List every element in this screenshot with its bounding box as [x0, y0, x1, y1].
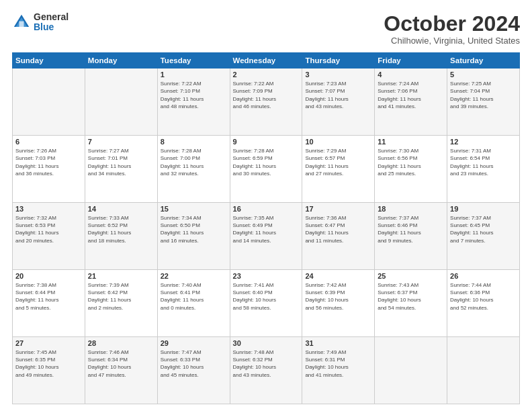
day-info: Sunrise: 7:45 AM Sunset: 6:35 PM Dayligh… [15, 349, 82, 379]
day-number: 17 [305, 205, 371, 213]
day-info: Sunrise: 7:42 AM Sunset: 6:39 PM Dayligh… [305, 281, 371, 312]
logo-general-text: General [34, 12, 69, 22]
day-info: Sunrise: 7:30 AM Sunset: 6:56 PM Dayligh… [378, 147, 444, 177]
calendar-header-row: Sunday Monday Tuesday Wednesday Thursday… [13, 53, 520, 68]
page: General Blue October 2024 Chilhowie, Vir… [0, 0, 532, 411]
calendar-week-row: 13Sunrise: 7:32 AM Sunset: 6:53 PM Dayli… [13, 203, 520, 270]
day-number: 3 [305, 71, 371, 79]
table-row: 18Sunrise: 7:37 AM Sunset: 6:46 PM Dayli… [375, 203, 447, 270]
day-info: Sunrise: 7:38 AM Sunset: 6:44 PM Dayligh… [15, 281, 82, 312]
table-row: 25Sunrise: 7:43 AM Sunset: 6:37 PM Dayli… [375, 270, 447, 337]
table-row: 3Sunrise: 7:23 AM Sunset: 7:07 PM Daylig… [302, 68, 375, 136]
day-info: Sunrise: 7:29 AM Sunset: 6:57 PM Dayligh… [305, 147, 371, 177]
day-info: Sunrise: 7:32 AM Sunset: 6:53 PM Dayligh… [15, 214, 82, 244]
day-info: Sunrise: 7:43 AM Sunset: 6:37 PM Dayligh… [378, 281, 444, 312]
title-block: October 2024 Chilhowie, Virginia, United… [384, 12, 520, 46]
day-info: Sunrise: 7:34 AM Sunset: 6:50 PM Dayligh… [161, 214, 227, 244]
table-row: 14Sunrise: 7:33 AM Sunset: 6:52 PM Dayli… [85, 203, 157, 270]
table-row: 13Sunrise: 7:32 AM Sunset: 6:53 PM Dayli… [13, 203, 85, 270]
day-number: 7 [88, 138, 154, 146]
day-info: Sunrise: 7:25 AM Sunset: 7:04 PM Dayligh… [450, 80, 517, 110]
day-info: Sunrise: 7:26 AM Sunset: 7:03 PM Dayligh… [15, 147, 82, 177]
table-row [13, 68, 85, 136]
logo-text: General Blue [34, 12, 69, 33]
day-number: 30 [233, 339, 300, 347]
calendar-week-row: 27Sunrise: 7:45 AM Sunset: 6:35 PM Dayli… [13, 337, 520, 404]
table-row: 12Sunrise: 7:31 AM Sunset: 6:54 PM Dayli… [447, 136, 520, 203]
table-row [85, 68, 157, 136]
table-row: 15Sunrise: 7:34 AM Sunset: 6:50 PM Dayli… [157, 203, 230, 270]
day-info: Sunrise: 7:22 AM Sunset: 7:09 PM Dayligh… [233, 80, 300, 110]
table-row: 4Sunrise: 7:24 AM Sunset: 7:06 PM Daylig… [375, 68, 447, 136]
day-info: Sunrise: 7:39 AM Sunset: 6:42 PM Dayligh… [88, 281, 154, 312]
table-row: 10Sunrise: 7:29 AM Sunset: 6:57 PM Dayli… [302, 136, 375, 203]
day-info: Sunrise: 7:46 AM Sunset: 6:34 PM Dayligh… [88, 349, 154, 379]
calendar-week-row: 1Sunrise: 7:22 AM Sunset: 7:10 PM Daylig… [13, 68, 520, 136]
day-number: 12 [450, 138, 517, 146]
calendar-table: Sunday Monday Tuesday Wednesday Thursday… [12, 52, 520, 404]
table-row [375, 337, 447, 404]
table-row: 11Sunrise: 7:30 AM Sunset: 6:56 PM Dayli… [375, 136, 447, 203]
day-number: 14 [88, 205, 154, 213]
col-tuesday: Tuesday [157, 53, 230, 68]
day-number: 4 [378, 71, 444, 79]
day-info: Sunrise: 7:31 AM Sunset: 6:54 PM Dayligh… [450, 147, 517, 177]
day-info: Sunrise: 7:37 AM Sunset: 6:45 PM Dayligh… [450, 214, 517, 244]
day-number: 18 [378, 205, 444, 213]
day-info: Sunrise: 7:23 AM Sunset: 7:07 PM Dayligh… [305, 80, 371, 110]
table-row: 16Sunrise: 7:35 AM Sunset: 6:49 PM Dayli… [230, 203, 302, 270]
day-number: 29 [161, 339, 227, 347]
table-row: 21Sunrise: 7:39 AM Sunset: 6:42 PM Dayli… [85, 270, 157, 337]
table-row: 17Sunrise: 7:36 AM Sunset: 6:47 PM Dayli… [302, 203, 375, 270]
day-number: 19 [450, 205, 517, 213]
day-info: Sunrise: 7:35 AM Sunset: 6:49 PM Dayligh… [233, 214, 300, 244]
table-row: 8Sunrise: 7:28 AM Sunset: 7:00 PM Daylig… [157, 136, 230, 203]
day-info: Sunrise: 7:48 AM Sunset: 6:32 PM Dayligh… [233, 349, 300, 379]
table-row: 19Sunrise: 7:37 AM Sunset: 6:45 PM Dayli… [447, 203, 520, 270]
day-number: 28 [88, 339, 154, 347]
day-info: Sunrise: 7:37 AM Sunset: 6:46 PM Dayligh… [378, 214, 444, 244]
day-info: Sunrise: 7:36 AM Sunset: 6:47 PM Dayligh… [305, 214, 371, 244]
day-number: 24 [305, 272, 371, 280]
table-row: 5Sunrise: 7:25 AM Sunset: 7:04 PM Daylig… [447, 68, 520, 136]
day-info: Sunrise: 7:28 AM Sunset: 6:59 PM Dayligh… [233, 147, 300, 177]
table-row: 29Sunrise: 7:47 AM Sunset: 6:33 PM Dayli… [157, 337, 230, 404]
day-number: 9 [233, 138, 300, 146]
day-info: Sunrise: 7:40 AM Sunset: 6:41 PM Dayligh… [161, 281, 227, 312]
col-sunday: Sunday [13, 53, 85, 68]
month-title: October 2024 [384, 12, 520, 36]
col-wednesday: Wednesday [230, 53, 302, 68]
table-row: 26Sunrise: 7:44 AM Sunset: 6:36 PM Dayli… [447, 270, 520, 337]
table-row: 22Sunrise: 7:40 AM Sunset: 6:41 PM Dayli… [157, 270, 230, 337]
day-number: 2 [233, 71, 300, 79]
table-row: 20Sunrise: 7:38 AM Sunset: 6:44 PM Dayli… [13, 270, 85, 337]
table-row: 6Sunrise: 7:26 AM Sunset: 7:03 PM Daylig… [13, 136, 85, 203]
table-row: 9Sunrise: 7:28 AM Sunset: 6:59 PM Daylig… [230, 136, 302, 203]
day-number: 1 [161, 71, 227, 79]
day-info: Sunrise: 7:27 AM Sunset: 7:01 PM Dayligh… [88, 147, 154, 177]
day-number: 11 [378, 138, 444, 146]
day-info: Sunrise: 7:47 AM Sunset: 6:33 PM Dayligh… [161, 349, 227, 379]
day-number: 25 [378, 272, 444, 280]
day-info: Sunrise: 7:24 AM Sunset: 7:06 PM Dayligh… [378, 80, 444, 110]
location: Chilhowie, Virginia, United States [384, 36, 520, 46]
header: General Blue October 2024 Chilhowie, Vir… [12, 12, 520, 46]
table-row: 23Sunrise: 7:41 AM Sunset: 6:40 PM Dayli… [230, 270, 302, 337]
day-info: Sunrise: 7:49 AM Sunset: 6:31 PM Dayligh… [305, 349, 371, 379]
table-row: 28Sunrise: 7:46 AM Sunset: 6:34 PM Dayli… [85, 337, 157, 404]
day-info: Sunrise: 7:28 AM Sunset: 7:00 PM Dayligh… [161, 147, 227, 177]
day-number: 15 [161, 205, 227, 213]
col-thursday: Thursday [302, 53, 375, 68]
day-number: 26 [450, 272, 517, 280]
day-number: 16 [233, 205, 300, 213]
day-number: 10 [305, 138, 371, 146]
calendar-week-row: 6Sunrise: 7:26 AM Sunset: 7:03 PM Daylig… [13, 136, 520, 203]
day-number: 13 [15, 205, 82, 213]
table-row: 30Sunrise: 7:48 AM Sunset: 6:32 PM Dayli… [230, 337, 302, 404]
day-info: Sunrise: 7:41 AM Sunset: 6:40 PM Dayligh… [233, 281, 300, 312]
day-number: 21 [88, 272, 154, 280]
svg-rect-2 [19, 21, 24, 27]
logo-blue-text: Blue [34, 22, 69, 32]
table-row [447, 337, 520, 404]
day-number: 31 [305, 339, 371, 347]
